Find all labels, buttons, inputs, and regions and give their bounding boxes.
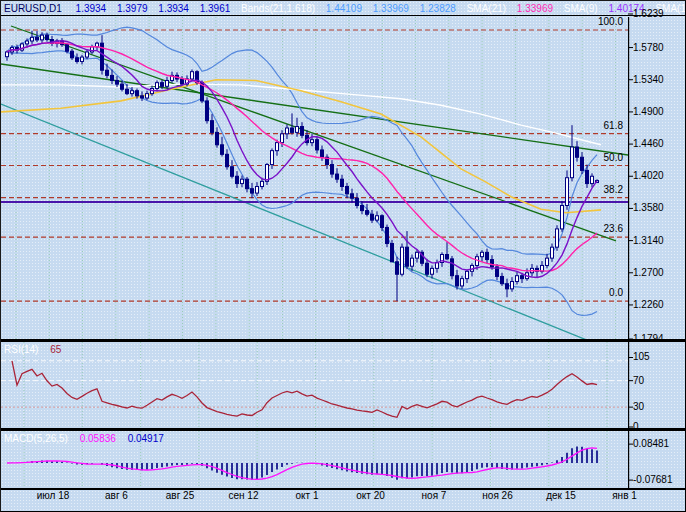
macd-signal-value: 0.04917 [128,433,164,444]
chart-status-bar: EURUSD,D1 1.3934 1.3979 1.3934 1.3961 Ba… [1,1,686,16]
price-axis-label: 1.1794 [633,334,686,344]
price-axis-label: 1.3580 [633,203,686,213]
open-value: 1.3934 [76,1,107,16]
date-axis-label: окт 20 [339,491,403,501]
rsi-axis-label: 30 [633,402,686,412]
macd-axis-label: 0.08481 [633,439,686,449]
rsi-label: RSI(14) [4,344,38,355]
macd-caption: MACD(5,26,5) 0.05836 0.04917 [4,433,164,444]
bands-label: Bands(21,1.618) [241,1,315,16]
date-axis-label: сен 12 [212,491,276,501]
rsi-current-value: 65 [50,344,61,355]
fib-level-label: 23.6 [501,224,623,234]
price-axis-label: 1.2260 [633,300,686,310]
date-axis-label: авг 25 [148,491,212,501]
price-axis-label: 1.4020 [633,171,686,181]
price-axis-label: 1.4900 [633,107,686,117]
price-axis-label: 1.6239 [633,9,686,19]
date-axis-label: янв 1 [593,491,657,501]
rsi-axis-label: 0 [633,422,686,432]
rsi-caption: RSI(14) 65 [4,344,61,355]
trading-chart-window: EURUSD,D1 1.3934 1.3979 1.3934 1.3961 Ba… [0,0,686,512]
price-axis-label: 1.4460 [633,139,686,149]
price-axis-label: 1.5340 [633,75,686,85]
date-axis-label: дек 15 [529,491,593,501]
symbol-period-label: EURUSD,D1 [4,1,62,16]
bands-middle-value: 1.33969 [373,1,409,16]
fib-level-label: 50.0 [501,153,623,163]
date-axis-label: окт 1 [275,491,339,501]
sma21-label: SMA(21) [467,1,506,16]
close-value: 1.3961 [200,1,231,16]
date-axis-label: ноя 26 [466,491,530,501]
price-axis-label: 1.5780 [633,43,686,53]
fib-level-label: 61.8 [501,121,623,131]
fib-level-label: 0.0 [501,288,623,298]
macd-axis-label: -0.07681 [633,475,686,485]
date-axis-label: июл 18 [21,491,85,501]
sma21-value: 1.33969 [517,1,553,16]
sma9-label: SMA(9) [564,1,598,16]
fib-level-label: 38.2 [501,185,623,195]
price-axis-label: 1.3140 [633,236,686,246]
fib-level-label: 100.0 [501,17,623,27]
bands-lower-value: 1.23828 [420,1,456,16]
rsi-axis-label: 105 [633,352,686,362]
bands-upper-value: 1.44109 [326,1,362,16]
high-value: 1.3979 [117,1,148,16]
macd-main-value: 0.05836 [80,433,116,444]
date-axis-label: авг 6 [85,491,149,501]
price-axis-label: 1.2700 [633,268,686,278]
rsi-axis-label: 70 [633,376,686,386]
low-value: 1.3934 [158,1,189,16]
macd-label: MACD(5,26,5) [4,433,68,444]
date-axis-label: ноя 7 [402,491,466,501]
